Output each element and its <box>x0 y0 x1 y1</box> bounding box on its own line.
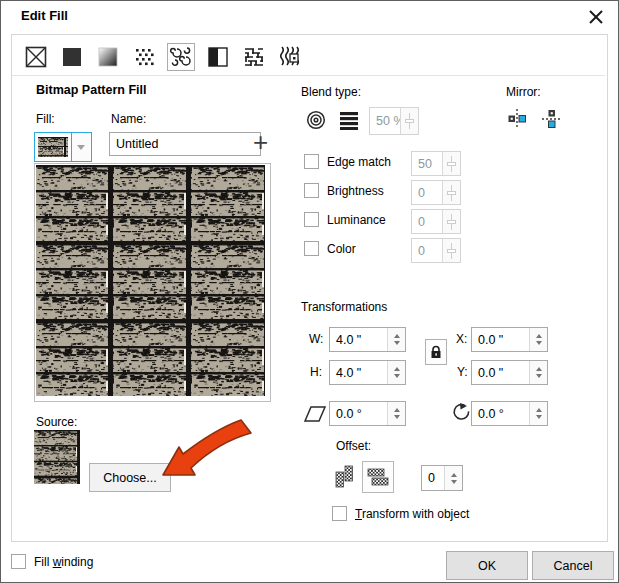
h-label: H: <box>310 365 322 379</box>
color-checkbox[interactable] <box>304 241 319 256</box>
spin-up-icon[interactable] <box>536 334 542 338</box>
spin-up-icon[interactable] <box>394 367 400 371</box>
edge-match-spinner: 50 <box>411 151 461 176</box>
offset-value[interactable]: 0 <box>422 466 444 490</box>
radial-blend-icon[interactable] <box>304 108 328 132</box>
rotate-icon <box>451 402 473 424</box>
y-spinner[interactable]: 0.0 " <box>471 360 548 385</box>
spin-up-icon[interactable] <box>394 408 400 412</box>
ok-button[interactable]: OK <box>446 551 528 580</box>
rotate-value[interactable]: 0.0 ° <box>472 402 529 425</box>
spin-slider-icon <box>446 243 457 259</box>
lock-aspect-button[interactable] <box>425 339 447 365</box>
x-spinner[interactable]: 0.0 " <box>471 327 548 352</box>
brightness-checkbox[interactable] <box>304 183 319 198</box>
blend-amount-spin-buttons <box>400 108 418 134</box>
pattern-preview <box>34 163 271 402</box>
close-icon[interactable] <box>586 7 606 27</box>
fountain-fill-icon[interactable] <box>95 44 121 70</box>
skew-spinner[interactable]: 0.0 ° <box>329 401 406 426</box>
brightness-row: Brightness <box>304 183 384 198</box>
rotate-spin-buttons[interactable] <box>529 402 547 425</box>
transform-with-object-checkbox[interactable] <box>332 506 347 521</box>
width-spinner[interactable]: 4.0 " <box>329 327 406 352</box>
x-spin-buttons[interactable] <box>529 328 547 351</box>
color-spin-buttons <box>442 239 460 262</box>
brightness-label: Brightness <box>327 184 384 198</box>
skew-spin-buttons[interactable] <box>387 402 405 425</box>
offset-amount-spinner[interactable]: 0 <box>421 465 463 491</box>
mirror-label: Mirror: <box>506 85 541 99</box>
spin-up-icon[interactable] <box>536 367 542 371</box>
color-label: Color <box>327 242 356 256</box>
mirror-vertical-icon[interactable] <box>541 108 563 130</box>
y-label: Y: <box>457 365 468 379</box>
row-offset-icon[interactable] <box>362 461 394 493</box>
spin-up-icon[interactable] <box>536 408 542 412</box>
linear-blend-icon[interactable] <box>337 108 361 132</box>
spin-down-icon[interactable] <box>536 341 542 345</box>
height-value[interactable]: 4.0 " <box>330 361 387 384</box>
fill-winding-checkbox[interactable] <box>11 554 26 569</box>
toolbar-separator <box>12 75 605 76</box>
luminance-checkbox[interactable] <box>304 212 319 227</box>
bitmap-pattern-fill-icon[interactable] <box>167 43 195 71</box>
height-spin-buttons[interactable] <box>387 361 405 384</box>
no-fill-icon[interactable] <box>23 44 49 70</box>
spin-down-icon[interactable] <box>394 415 400 419</box>
blend-amount-value: 50 % <box>370 108 400 134</box>
luminance-spin-buttons <box>442 210 460 233</box>
fill-winding-label: Fill winding <box>34 555 93 569</box>
texture-fill-icon[interactable] <box>241 44 267 70</box>
blend-type-label: Blend type: <box>301 85 361 99</box>
transform-with-object-label: Transform with object <box>355 507 469 521</box>
spin-down-icon[interactable] <box>536 415 542 419</box>
fill-picker-dropdown[interactable] <box>34 132 92 162</box>
height-spinner[interactable]: 4.0 " <box>329 360 406 385</box>
luminance-row: Luminance <box>304 212 386 227</box>
spin-up-icon[interactable] <box>394 334 400 338</box>
width-value[interactable]: 4.0 " <box>330 328 387 351</box>
spin-down-icon[interactable] <box>451 480 457 484</box>
cancel-button[interactable]: Cancel <box>532 551 614 580</box>
skew-value[interactable]: 0.0 ° <box>330 402 387 425</box>
width-spin-buttons[interactable] <box>387 328 405 351</box>
source-thumbnail <box>34 430 80 484</box>
fill-dropdown-arrow[interactable] <box>71 133 90 161</box>
spin-slider-icon <box>446 156 457 172</box>
spin-up-icon[interactable] <box>451 473 457 477</box>
edge-match-checkbox[interactable] <box>304 154 319 169</box>
color-spinner: 0 <box>411 238 461 263</box>
name-label: Name: <box>111 112 146 126</box>
offset-spin-buttons[interactable] <box>444 466 462 490</box>
two-color-pattern-fill-icon[interactable] <box>205 44 231 70</box>
brightness-spinner: 0 <box>411 180 461 205</box>
vector-pattern-fill-icon[interactable] <box>131 44 157 70</box>
spin-slider-icon <box>446 214 457 230</box>
lock-icon <box>430 345 442 359</box>
postscript-fill-icon[interactable] <box>277 44 303 70</box>
edge-match-spin-buttons <box>442 152 460 175</box>
fill-label: Fill: <box>36 112 55 126</box>
spin-down-icon[interactable] <box>536 374 542 378</box>
choose-button[interactable]: Choose... <box>89 463 171 492</box>
x-value[interactable]: 0.0 " <box>472 328 529 351</box>
add-fill-button[interactable]: + <box>253 129 268 155</box>
x-label: X: <box>456 332 467 346</box>
spin-down-icon[interactable] <box>394 341 400 345</box>
color-value: 0 <box>412 239 442 262</box>
transform-with-object-row: Transform with object <box>332 506 469 521</box>
chevron-down-icon <box>77 145 85 150</box>
w-label: W: <box>309 332 323 346</box>
spin-down-icon[interactable] <box>394 374 400 378</box>
fill-winding-row: Fill winding <box>11 554 93 569</box>
y-spin-buttons[interactable] <box>529 361 547 384</box>
y-value[interactable]: 0.0 " <box>472 361 529 384</box>
uniform-fill-icon[interactable] <box>59 44 85 70</box>
name-input[interactable] <box>109 132 261 156</box>
transformations-label: Transformations <box>301 300 387 314</box>
mirror-horizontal-icon[interactable] <box>506 108 528 130</box>
edit-fill-dialog: Edit Fill <box>0 0 619 583</box>
rotate-spinner[interactable]: 0.0 ° <box>471 401 548 426</box>
column-offset-icon[interactable] <box>332 463 358 491</box>
